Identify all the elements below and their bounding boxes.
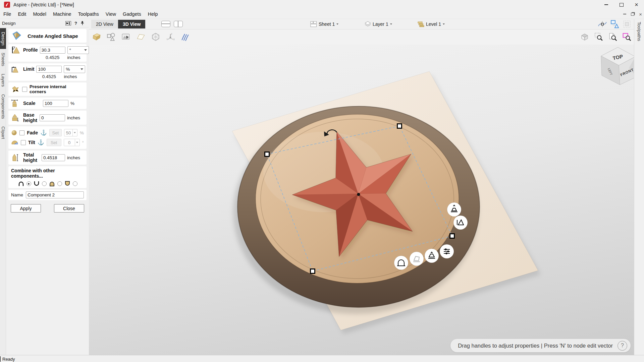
help-button[interactable]: ? <box>618 341 627 351</box>
total-height-unit: inches <box>67 155 84 160</box>
corner-handle[interactable] <box>265 152 269 156</box>
menu-bar: File Edit Model Machine Toolpaths View G… <box>0 9 644 19</box>
corner-handle[interactable] <box>397 124 402 128</box>
draw-vectors-button[interactable] <box>106 31 117 43</box>
mdi-restore-icon[interactable] <box>631 13 634 16</box>
pin-icon[interactable] <box>80 21 84 25</box>
chevron-down-icon <box>80 68 83 70</box>
tab-toolpaths[interactable]: Toolpaths <box>637 22 642 41</box>
zoom-box-button[interactable] <box>622 32 632 42</box>
preserve-corners-checkbox[interactable] <box>22 87 27 92</box>
tilt-checkbox[interactable] <box>21 140 26 145</box>
menu-edit[interactable]: Edit <box>14 9 30 19</box>
tilt-set-button[interactable]: Set <box>47 139 61 146</box>
menu-view[interactable]: View <box>102 9 119 19</box>
scale-handle-button[interactable] <box>410 252 424 266</box>
sheet-selector[interactable]: Sheet 1 <box>310 21 338 27</box>
tab-3d-view[interactable]: 3D View <box>118 20 145 28</box>
tab-components[interactable]: Components <box>0 90 6 123</box>
shaded-view-button[interactable] <box>580 32 590 42</box>
tilt-anchor-icon[interactable]: ⚓ <box>38 140 44 145</box>
total-height-input[interactable] <box>42 154 65 161</box>
align-disabled-icon[interactable] <box>623 20 631 28</box>
node-edit-icon[interactable] <box>598 20 607 28</box>
profile-input[interactable] <box>40 47 65 54</box>
split-horizontal-icon[interactable] <box>161 21 170 27</box>
tilt-handle-button[interactable] <box>453 216 468 230</box>
create-angled-shape-form: Create Angled Shape Profile ° <box>6 27 89 355</box>
collapse-panel-icon[interactable] <box>65 21 71 25</box>
zoom-selection-button[interactable] <box>594 32 604 42</box>
profile-label: Profile <box>23 47 38 53</box>
fade-anchor-icon[interactable]: ⚓ <box>40 130 47 135</box>
corner-handle[interactable] <box>450 234 454 238</box>
mdi-close-icon[interactable]: × <box>639 12 642 17</box>
apply-button[interactable]: Apply <box>11 204 41 213</box>
menu-file[interactable]: File <box>0 9 14 19</box>
menu-gadgets[interactable]: Gadgets <box>119 9 145 19</box>
chevron-down-icon <box>74 132 76 133</box>
tab-layers[interactable]: Layers <box>0 70 6 90</box>
profile-handle-button[interactable] <box>394 256 408 270</box>
menu-toolpaths[interactable]: Toolpaths <box>75 9 102 19</box>
layer-selector[interactable]: Layer 1 <box>365 21 392 27</box>
view-cube[interactable]: TOP LEFT FRONT <box>601 47 634 85</box>
zoom-drawing-icon <box>608 33 617 41</box>
level-selector[interactable]: Level 1 <box>418 21 445 27</box>
combine-subtract-radio[interactable] <box>42 181 47 186</box>
solid-sheet-button[interactable] <box>135 31 147 43</box>
aspire-logo-icon <box>4 2 10 8</box>
scale-unit: % <box>70 101 84 106</box>
center-point-handle[interactable] <box>357 193 360 196</box>
combine-merge-radio[interactable] <box>57 181 62 186</box>
limit-label: Limit <box>23 66 34 72</box>
corner-handle[interactable] <box>311 269 315 273</box>
base-height-handle-button[interactable] <box>425 249 439 263</box>
scale-input[interactable] <box>43 100 68 107</box>
tab-2d-view[interactable]: 2D View <box>91 20 118 28</box>
menu-model[interactable]: Model <box>30 9 50 19</box>
component-name-input[interactable] <box>26 191 84 198</box>
menu-help[interactable]: Help <box>145 9 161 19</box>
scale-label: Scale <box>23 101 41 106</box>
fade-value: 50 <box>64 130 72 135</box>
material-block-button[interactable] <box>91 31 102 43</box>
base-height-input[interactable] <box>40 114 65 121</box>
close-button[interactable]: × <box>629 0 644 9</box>
wireframe-button[interactable] <box>150 31 161 43</box>
origin-button[interactable]: ZYX <box>165 31 176 43</box>
transform-vectors-icon[interactable] <box>610 20 620 28</box>
mdi-minimize-icon[interactable] <box>623 14 626 14</box>
origin-icon: ZYX <box>166 33 175 41</box>
tab-sheets[interactable]: Sheets <box>0 49 6 70</box>
panel-help-icon[interactable]: ? <box>74 21 77 26</box>
fade-value-spinner[interactable]: 50 <box>64 129 77 136</box>
combine-add-radio[interactable] <box>26 181 31 186</box>
limit-sub-value: 0.4525 <box>36 74 62 79</box>
combine-low-radio[interactable] <box>73 181 77 186</box>
menu-machine[interactable]: Machine <box>50 9 75 19</box>
close-form-button[interactable]: Close <box>54 204 84 213</box>
resize-grip[interactable] <box>0 356 1 362</box>
maximize-button[interactable] <box>614 0 629 9</box>
tilt-value-spinner[interactable]: 0 <box>64 139 80 146</box>
toolpath-drag-button[interactable] <box>179 31 191 43</box>
hint-bar: Drag handles to adjust properties | Pres… <box>450 339 631 352</box>
bitmap-button[interactable] <box>120 31 132 43</box>
adjust-handle-button[interactable] <box>440 244 454 258</box>
fade-checkbox[interactable] <box>19 130 24 135</box>
tab-design[interactable]: Design <box>0 28 6 49</box>
form-title: Create Angled Shape <box>22 33 84 39</box>
limit-input[interactable] <box>36 66 62 73</box>
zoom-drawing-button[interactable] <box>608 32 618 42</box>
split-vertical-icon[interactable] <box>174 21 183 27</box>
tab-clipart[interactable]: Clipart <box>0 123 6 143</box>
minimize-button[interactable] <box>599 0 614 9</box>
fade-set-button[interactable]: Set <box>49 129 62 136</box>
left-tab-strip: Design Sheets Layers Components Clipart <box>0 27 6 355</box>
limit-handle-button[interactable] <box>447 202 461 217</box>
3d-view-canvas[interactable]: TOP LEFT FRONT Drag handles to adjust pr… <box>89 45 634 355</box>
profile-unit-select[interactable]: ° <box>67 46 89 54</box>
limit-unit-select[interactable]: % <box>64 65 85 73</box>
toolpaths-strip: Toolpaths <box>634 19 644 355</box>
